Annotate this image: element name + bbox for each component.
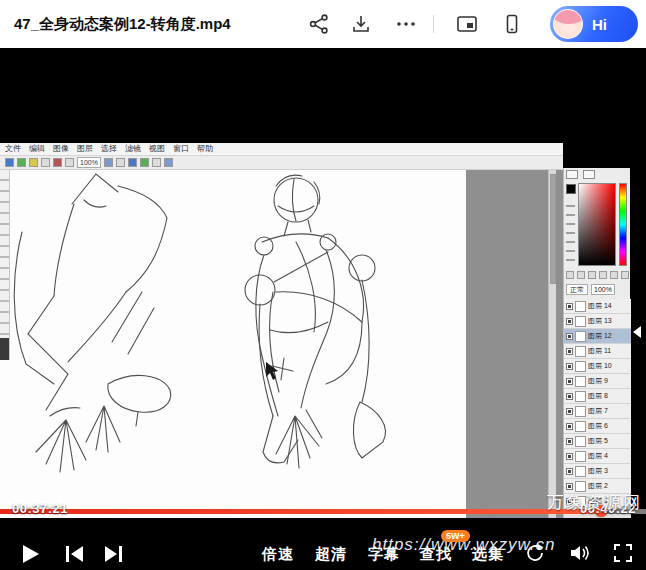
layer-row: 图层 10 bbox=[564, 359, 631, 374]
layer-row: 图层 6 bbox=[564, 419, 631, 434]
layer-name: 图层 7 bbox=[588, 406, 608, 416]
layer-row: 图层 7 bbox=[564, 404, 631, 419]
tool-icon bbox=[5, 158, 14, 167]
layer-tool-icon bbox=[599, 271, 607, 279]
layer-row: 图层 4 bbox=[564, 449, 631, 464]
app-menu-item: 选择 bbox=[101, 144, 117, 154]
visibility-icon bbox=[566, 483, 573, 490]
layer-name: 图层 14 bbox=[588, 301, 612, 311]
tool-icon bbox=[53, 158, 62, 167]
blend-mode: 正常 bbox=[566, 284, 588, 295]
subtitle-button[interactable]: 字幕 bbox=[368, 545, 400, 564]
layer-thumbnail bbox=[575, 421, 586, 432]
drawing-canvas bbox=[10, 170, 466, 518]
color-layers-panel: 正常 100% 图层 14 图层 13 图层 12 图层 11 图层 10 图层… bbox=[563, 168, 630, 518]
tool-icon bbox=[116, 158, 125, 167]
download-icon[interactable] bbox=[350, 13, 372, 35]
visibility-icon bbox=[566, 318, 573, 325]
layer-thumbnail bbox=[575, 376, 586, 387]
app-menu-item: 图像 bbox=[53, 144, 69, 154]
layer-list: 图层 14 图层 13 图层 12 图层 11 图层 10 图层 9 图层 8 … bbox=[564, 299, 631, 518]
volume-icon[interactable] bbox=[568, 542, 590, 564]
layer-row: 图层 3 bbox=[564, 464, 631, 479]
panel-tabs bbox=[566, 170, 595, 179]
cursor-icon bbox=[266, 362, 278, 380]
canvas-edge bbox=[0, 360, 10, 518]
more-icon[interactable] bbox=[395, 13, 417, 35]
loop-icon[interactable] bbox=[524, 542, 546, 564]
app-menu-item: 窗口 bbox=[173, 144, 189, 154]
layer-name: 图层 4 bbox=[588, 451, 608, 461]
layer-thumbnail bbox=[575, 391, 586, 402]
layer-thumbnail bbox=[575, 301, 586, 312]
layer-tool-icon bbox=[621, 271, 629, 279]
panel-tab-icon bbox=[566, 170, 578, 179]
layer-opacity: 100% bbox=[591, 284, 615, 295]
pip-icon[interactable] bbox=[456, 13, 478, 35]
next-button[interactable] bbox=[102, 545, 124, 563]
visibility-icon bbox=[566, 333, 573, 340]
app-tool-strip bbox=[0, 170, 10, 360]
speed-button[interactable]: 倍速 bbox=[262, 545, 294, 564]
hot-badge: 5W+ bbox=[441, 530, 470, 542]
header-divider bbox=[433, 15, 434, 33]
layer-row: 图层 14 bbox=[564, 299, 631, 314]
app-menu-item: 编辑 bbox=[29, 144, 45, 154]
layer-row: 图层 12 bbox=[564, 329, 631, 344]
user-pill[interactable]: Hi bbox=[550, 6, 638, 42]
sketch-figures bbox=[10, 170, 466, 518]
layer-tool-icon bbox=[577, 271, 585, 279]
search-button[interactable]: 查找 bbox=[420, 545, 452, 564]
tool-icon bbox=[41, 158, 50, 167]
app-menu-item: 帮助 bbox=[197, 144, 213, 154]
layer-name: 图层 5 bbox=[588, 436, 608, 446]
picker-icon-column bbox=[566, 198, 575, 266]
play-button[interactable] bbox=[20, 543, 40, 565]
tool-icon bbox=[29, 158, 38, 167]
visibility-icon bbox=[566, 438, 573, 445]
current-color-swatch bbox=[566, 184, 576, 194]
layer-name: 图层 12 bbox=[588, 331, 612, 341]
layer-thumbnail bbox=[575, 331, 586, 342]
layer-name: 图层 6 bbox=[588, 421, 608, 431]
saturation-square bbox=[578, 183, 616, 266]
layer-row: 图层 9 bbox=[564, 374, 631, 389]
layer-thumbnail bbox=[575, 361, 586, 372]
app-menu-item: 文件 bbox=[5, 144, 21, 154]
visibility-icon bbox=[566, 348, 573, 355]
tool-icon bbox=[128, 158, 137, 167]
mobile-icon[interactable] bbox=[501, 13, 523, 35]
tool-icon bbox=[164, 158, 173, 167]
fullscreen-icon[interactable] bbox=[612, 542, 634, 564]
layer-name: 图层 9 bbox=[588, 376, 608, 386]
layer-name: 图层 13 bbox=[588, 316, 612, 326]
previous-button[interactable] bbox=[64, 545, 86, 563]
layer-thumbnail bbox=[575, 481, 586, 492]
user-greeting: Hi bbox=[592, 16, 607, 33]
blend-row: 正常 100% bbox=[566, 283, 629, 296]
visibility-icon bbox=[566, 468, 573, 475]
episodes-button[interactable]: 选集 bbox=[472, 545, 504, 564]
layer-name: 图层 11 bbox=[588, 346, 611, 356]
canvas-scrollbar bbox=[548, 170, 556, 518]
share-icon[interactable] bbox=[308, 13, 330, 35]
header-bar: 47_全身动态案例12-转角度.mp4 bbox=[0, 0, 646, 48]
paint-app-window: 文件 编辑 图像 图层 选择 滤镜 视图 窗口 帮助 100% bbox=[0, 143, 563, 518]
quality-button[interactable]: 超清 bbox=[315, 545, 347, 564]
visibility-icon bbox=[566, 453, 573, 460]
visibility-icon bbox=[566, 393, 573, 400]
layer-thumbnail bbox=[575, 466, 586, 477]
layer-row: 图层 13 bbox=[564, 314, 631, 329]
layer-thumbnail bbox=[575, 451, 586, 462]
watermark-site-name: 万象资源网 bbox=[547, 491, 642, 514]
panel-tab-icon bbox=[583, 170, 595, 179]
layer-row: 图层 5 bbox=[564, 434, 631, 449]
layer-tool-icon bbox=[610, 271, 618, 279]
tool-icon bbox=[65, 158, 74, 167]
app-toolbar: 100% bbox=[0, 156, 563, 170]
visibility-icon bbox=[566, 423, 573, 430]
app-menu-item: 视图 bbox=[149, 144, 165, 154]
layer-name: 图层 8 bbox=[588, 391, 608, 401]
app-menu-item: 滤镜 bbox=[125, 144, 141, 154]
hue-bar bbox=[619, 183, 627, 266]
